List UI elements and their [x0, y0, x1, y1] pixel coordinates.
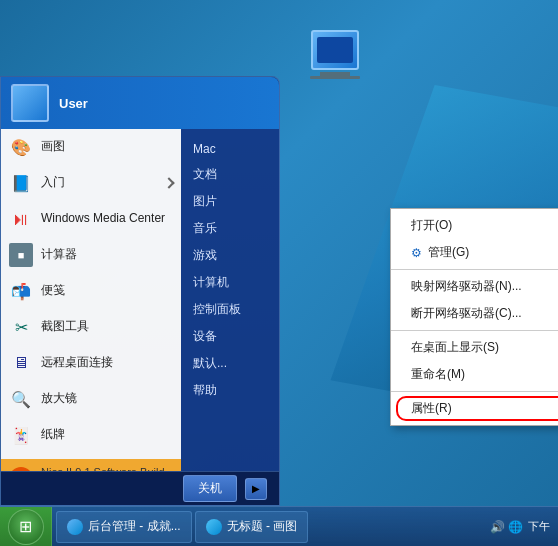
paint-taskbar-label: 无标题 - 画图: [227, 518, 298, 535]
menu-item-magnify[interactable]: 🔍 放大镜: [1, 381, 181, 417]
mailbox-icon: 📬: [9, 279, 33, 303]
shutdown-button[interactable]: 关机: [183, 475, 237, 502]
windows-logo-icon: ⊞: [19, 517, 32, 536]
start-menu-footer: 关机 ▶: [1, 471, 279, 505]
intro-label: 入门: [41, 175, 157, 191]
mailbox-label: 便笺: [41, 283, 173, 299]
card-icon: 🃏: [9, 423, 33, 447]
wmc-label: Windows Media Center: [41, 211, 173, 227]
calc-icon: ■: [9, 243, 33, 267]
context-properties[interactable]: 属性(R): [391, 395, 558, 422]
right-item-devices[interactable]: 设备: [181, 323, 279, 350]
menu-item-nios[interactable]: N Nios II 9.1 Software Build Tools for E…: [1, 459, 181, 471]
context-divider3: [391, 391, 558, 392]
taskbar-item-admin[interactable]: 后台管理 - 成就...: [56, 511, 192, 543]
right-item-docs[interactable]: 文档: [181, 161, 279, 188]
right-label-music: 音乐: [193, 220, 217, 237]
paint-label: 画图: [41, 139, 157, 155]
clock: 下午: [528, 519, 550, 534]
right-label-control: 控制面板: [193, 301, 241, 318]
paint-icon: 🎨: [9, 135, 33, 159]
menu-item-paint[interactable]: 🎨 画图: [1, 129, 181, 165]
menu-item-mailbox[interactable]: 📬 便笺: [1, 273, 181, 309]
right-label-docs: 文档: [193, 166, 217, 183]
magnify-label: 放大镜: [41, 391, 173, 407]
start-menu-body: 🎨 画图 📘 入门 ⏯ Windows Media Center ■: [1, 129, 279, 471]
start-menu-right: Mac 文档 图片 音乐 游戏 计算机 控制面板: [181, 129, 279, 471]
context-open[interactable]: 打开(O): [391, 212, 558, 239]
tray-icons: 🔊 🌐: [490, 520, 523, 534]
taskbar-items: 后台管理 - 成就... 无标题 - 画图: [52, 511, 482, 543]
menu-item-remote[interactable]: 🖥 远程桌面连接: [1, 345, 181, 381]
context-menu: 打开(O) ⚙ 管理(G) 映射网络驱动器(N)... 断开网络驱动器(C)..…: [390, 208, 558, 426]
remote-icon: 🖥: [9, 351, 33, 375]
system-tray: 🔊 🌐 下午: [482, 519, 558, 534]
menu-item-calc[interactable]: ■ 计算器: [1, 237, 181, 273]
context-divider1: [391, 269, 558, 270]
remote-label: 远程桌面连接: [41, 355, 173, 371]
context-show-desktop[interactable]: 在桌面上显示(S): [391, 334, 558, 361]
right-item-help[interactable]: 帮助: [181, 377, 279, 404]
shutdown-arrow-icon: ▶: [252, 483, 260, 494]
card-label: 纸牌: [41, 427, 173, 443]
right-item-default[interactable]: 默认...: [181, 350, 279, 377]
calc-label: 计算器: [41, 247, 173, 263]
user-avatar: [11, 84, 49, 122]
menu-item-intro[interactable]: 📘 入门: [1, 165, 181, 201]
start-menu-left: 🎨 画图 📘 入门 ⏯ Windows Media Center ■: [1, 129, 181, 471]
start-button[interactable]: ⊞: [0, 507, 52, 547]
right-item-mac[interactable]: Mac: [181, 137, 279, 161]
context-disconnect[interactable]: 断开网络驱动器(C)...: [391, 300, 558, 327]
right-label-help: 帮助: [193, 382, 217, 399]
start-orb: ⊞: [8, 509, 44, 545]
right-label-computer: 计算机: [193, 274, 229, 291]
paint-taskbar-icon: [206, 519, 222, 535]
right-label-mac: Mac: [193, 142, 216, 156]
context-manage[interactable]: ⚙ 管理(G): [391, 239, 558, 266]
right-item-computer[interactable]: 计算机: [181, 269, 279, 296]
context-manage-label: 管理(G): [428, 244, 469, 261]
right-item-pics[interactable]: 图片: [181, 188, 279, 215]
right-item-control[interactable]: 控制面板: [181, 296, 279, 323]
snip-icon: ✂: [9, 315, 33, 339]
context-divider2: [391, 330, 558, 331]
taskbar: ⊞ 后台管理 - 成就... 无标题 - 画图 🔊 🌐 下午: [0, 506, 558, 546]
start-menu-header: User: [1, 77, 279, 129]
user-name: User: [59, 96, 88, 111]
menu-item-snip[interactable]: ✂ 截图工具: [1, 309, 181, 345]
intro-arrow: [163, 177, 174, 188]
right-label-pics: 图片: [193, 193, 217, 210]
computer-desktop-icon[interactable]: [310, 30, 360, 79]
intro-icon: 📘: [9, 171, 33, 195]
start-menu: User 🎨 画图 📘 入门 ⏯ Wi: [0, 76, 280, 506]
context-map-drive[interactable]: 映射网络驱动器(N)...: [391, 273, 558, 300]
admin-label: 后台管理 - 成就...: [88, 518, 181, 535]
admin-icon: [67, 519, 83, 535]
right-label-default: 默认...: [193, 355, 227, 372]
right-item-games[interactable]: 游戏: [181, 242, 279, 269]
context-rename[interactable]: 重命名(M): [391, 361, 558, 388]
desktop: User 🎨 画图 📘 入门 ⏯ Wi: [0, 0, 558, 546]
wmc-icon: ⏯: [9, 207, 33, 231]
magnify-icon: 🔍: [9, 387, 33, 411]
snip-label: 截图工具: [41, 319, 173, 335]
menu-item-wmc[interactable]: ⏯ Windows Media Center: [1, 201, 181, 237]
taskbar-item-paint[interactable]: 无标题 - 画图: [195, 511, 309, 543]
shutdown-arrow-button[interactable]: ▶: [245, 478, 267, 500]
right-item-music[interactable]: 音乐: [181, 215, 279, 242]
menu-item-card[interactable]: 🃏 纸牌: [1, 417, 181, 453]
right-label-devices: 设备: [193, 328, 217, 345]
manage-icon: ⚙: [411, 246, 422, 260]
right-label-games: 游戏: [193, 247, 217, 264]
